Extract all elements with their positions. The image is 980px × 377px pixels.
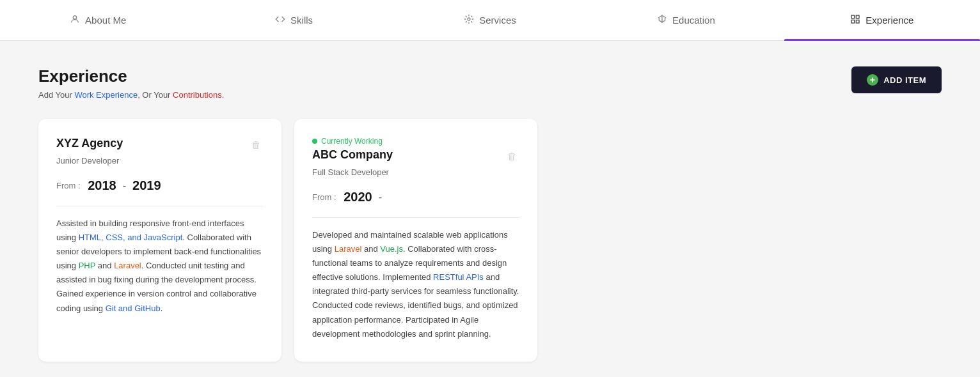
page-header: Experience Add Your Work Experience, Or … xyxy=(38,66,942,100)
divider-xyz xyxy=(56,206,264,206)
page-title: Experience xyxy=(38,66,224,86)
from-label-xyz: From : xyxy=(56,181,81,190)
cards-container: XYZ Agency Junior Developer From : 2018 … xyxy=(38,119,942,362)
company-name-xyz: XYZ Agency xyxy=(56,137,123,150)
add-item-label: ADD ITEM xyxy=(883,75,926,85)
role-abc: Full Stack Developer xyxy=(312,167,519,177)
plus-icon: + xyxy=(867,74,878,86)
description-xyz: Assisted in building responsive front-en… xyxy=(56,217,264,316)
nav-label-skills: Skills xyxy=(290,15,313,26)
page-subtitle: Add Your Work Experience, Or Your Contri… xyxy=(38,90,224,100)
navigation: About Me Skills Services Education Exper… xyxy=(0,0,980,41)
trash-icon-abc xyxy=(507,151,517,162)
experience-card-abc: Currently Working ABC Company Full Stack… xyxy=(294,119,537,362)
building-icon xyxy=(850,14,860,27)
delete-button-xyz[interactable] xyxy=(249,137,264,153)
svg-rect-4 xyxy=(857,15,860,19)
working-text-abc: Currently Working xyxy=(321,137,383,146)
main-content: Experience Add Your Work Experience, Or … xyxy=(0,41,980,377)
code-icon xyxy=(275,14,285,27)
balance-icon xyxy=(657,14,667,27)
experience-card-xyz: XYZ Agency Junior Developer From : 2018 … xyxy=(38,119,281,362)
settings-icon xyxy=(464,14,474,27)
date-row-abc: From : 2020 - xyxy=(312,190,519,204)
from-year-xyz: 2018 xyxy=(88,178,116,193)
nav-label-experience: Experience xyxy=(865,15,913,26)
card-top-abc: ABC Company xyxy=(312,148,519,165)
role-xyz: Junior Developer xyxy=(56,156,264,165)
nav-item-experience[interactable]: Experience xyxy=(784,0,980,40)
delete-button-abc[interactable] xyxy=(505,148,519,165)
company-name-abc: ABC Company xyxy=(312,148,393,162)
nav-item-education[interactable]: Education xyxy=(588,0,784,40)
page-header-text: Experience Add Your Work Experience, Or … xyxy=(38,66,224,100)
dash-abc: - xyxy=(379,192,382,203)
working-dot-abc xyxy=(312,139,317,144)
svg-rect-5 xyxy=(851,20,855,23)
divider-abc xyxy=(312,217,519,218)
nav-item-skills[interactable]: Skills xyxy=(196,0,391,40)
date-row-xyz: From : 2018 - 2019 xyxy=(56,178,264,193)
trash-icon-xyz xyxy=(251,139,261,150)
to-year-xyz: 2019 xyxy=(132,178,161,193)
card-top-xyz: XYZ Agency xyxy=(56,137,264,153)
svg-point-0 xyxy=(73,15,76,19)
nav-item-about-me[interactable]: About Me xyxy=(0,0,196,40)
svg-rect-6 xyxy=(857,20,860,23)
nav-label-services: Services xyxy=(479,15,516,26)
person-icon xyxy=(70,14,80,27)
description-abc: Developed and maintained scalable web ap… xyxy=(312,228,519,341)
from-year-abc: 2020 xyxy=(344,190,372,204)
working-badge-abc: Currently Working xyxy=(312,137,519,146)
svg-rect-3 xyxy=(851,15,855,19)
dash-xyz: - xyxy=(123,180,126,192)
add-item-button[interactable]: + ADD ITEM xyxy=(851,66,942,93)
nav-label-about-me: About Me xyxy=(85,15,126,26)
from-label-abc: From : xyxy=(312,192,336,202)
nav-label-education: Education xyxy=(672,15,715,26)
svg-point-1 xyxy=(468,18,470,20)
nav-item-services[interactable]: Services xyxy=(392,0,588,40)
